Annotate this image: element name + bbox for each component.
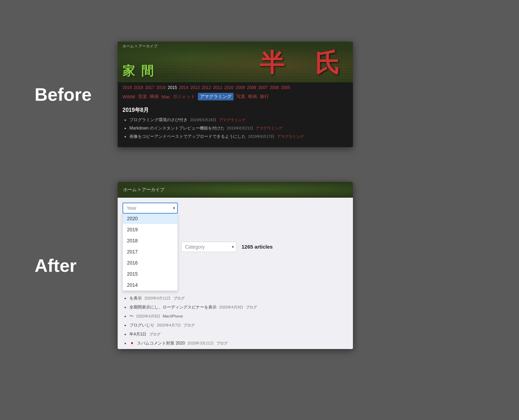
after-label: After	[35, 255, 76, 276]
year-2014[interactable]: 2014	[179, 85, 189, 90]
article-date: 2020年4月8日	[136, 314, 160, 318]
year-2017[interactable]: 2017	[145, 85, 154, 90]
before-label: Before	[35, 84, 92, 105]
list-item: ブログいじり 2020年4月7日 ブログ	[129, 322, 348, 328]
before-title-kanji-left: 家 間	[122, 63, 155, 80]
year-2006[interactable]: 2006	[270, 85, 279, 90]
article-date: 2020年4月9日	[219, 305, 243, 309]
year-select[interactable]: Year 2020 2019 2018 2017 2016 2015 2014	[122, 203, 178, 214]
article-title: 全期間表示にし、ローディングスピナーを表示	[129, 305, 217, 310]
cat-movie[interactable]: 映画	[150, 93, 159, 100]
article-title: 画像をコピーアンドペーストでアップロードできるようにした	[129, 134, 246, 139]
dropdown-item-2017[interactable]: 2017	[123, 246, 177, 257]
article-tag[interactable]: アマグラミング	[219, 118, 246, 122]
after-hero: ホーム > アーカイブ	[118, 182, 353, 198]
dropdown-item-2015[interactable]: 2015	[123, 268, 177, 279]
cat-www[interactable]: WWW	[122, 94, 135, 99]
article-tag[interactable]: アマグラミング	[256, 126, 282, 130]
list-item: を表示 2020年4月11日 ブログ	[129, 295, 348, 301]
article-tag[interactable]: Mac/iPhone	[163, 314, 183, 318]
article-date: 2020年4月7日	[157, 323, 181, 327]
after-panel: ホーム > アーカイブ Year 2020 2019 2018	[118, 182, 353, 349]
year-2008[interactable]: 2008	[247, 85, 256, 90]
before-panel: ホーム > アーカイブ 家 間 半 氏 2019 2018 2017 2016 …	[118, 42, 353, 147]
year-2019[interactable]: 2019	[122, 85, 132, 90]
article-tag[interactable]: ブログ	[149, 332, 161, 336]
dropdown-item-2016[interactable]: 2016	[123, 257, 177, 268]
article-tag[interactable]: ブログ	[173, 296, 185, 300]
year-2012[interactable]: 2012	[202, 85, 211, 90]
year-dropdown: 2020 2019 2018 2017 2016 2015 2014	[122, 213, 178, 291]
cat-photo[interactable]: 写真	[236, 93, 245, 100]
article-tag[interactable]: ブログ	[246, 305, 257, 309]
list-item: 〜 2020年4月8日 Mac/iPhone	[129, 313, 348, 319]
list-item: 画像をコピーアンドペーストでアップロードできるようにした 2019年8月17日 …	[129, 133, 348, 140]
article-tag[interactable]: ブログ	[216, 341, 228, 345]
article-tag[interactable]: アマグラミング	[277, 134, 304, 138]
article-tag[interactable]: ブログ	[183, 323, 195, 327]
year-2013[interactable]: 2013	[190, 85, 200, 90]
cat-programming[interactable]: アマグラミング	[198, 93, 234, 100]
article-date: 2020年4月11日	[144, 296, 171, 300]
list-item: 年4月1日 ブログ	[129, 331, 348, 337]
after-article-list: を表示 2020年4月11日 ブログ 全期間表示にし、ローディングスピナーを表示…	[122, 295, 348, 346]
cat-mac[interactable]: Mac	[162, 94, 170, 99]
list-item: Markdown のインスタントプレビュー機能を付けた 2019年8月21日 ア…	[129, 125, 348, 131]
year-2009[interactable]: 2009	[236, 85, 245, 90]
year-2011[interactable]: 2011	[213, 85, 222, 90]
flag-icon: 🇯🇵	[129, 341, 135, 346]
articles-count: 1265 articles	[242, 244, 273, 250]
cat-gadget[interactable]: ガジェット	[173, 93, 195, 100]
category-select[interactable]: Category ブログ Mac/iPhone	[181, 242, 237, 252]
year-2016[interactable]: 2016	[156, 85, 166, 90]
article-title: スパムコメント対策 2020	[137, 341, 185, 346]
cat-music[interactable]: 音楽	[138, 93, 147, 100]
before-cat-nav: WWW 音楽 映画 Mac ガジェット アマグラミング 写真 映画 旅行	[118, 91, 353, 103]
year-2015[interactable]: 2015	[168, 85, 177, 90]
year-2005[interactable]: 2005	[281, 85, 290, 90]
year-2010[interactable]: 2010	[224, 85, 234, 90]
before-year-nav: 2019 2018 2017 2016 2015 2014 2013 2012 …	[118, 82, 353, 91]
article-title: 〜	[129, 314, 134, 319]
year-select-container: Year 2020 2019 2018 2017 2016 2015 2014 …	[122, 203, 178, 291]
dropdown-item-2020[interactable]: 2020	[123, 213, 177, 224]
article-title: ブログいじり	[129, 323, 154, 328]
article-date: 2020年3月21日	[188, 341, 214, 345]
after-article-list-section: を表示 2020年4月11日 ブログ 全期間表示にし、ローディングスピナーを表示…	[122, 295, 348, 346]
year-select-wrapper: Year 2020 2019 2018 2017 2016 2015 2014 …	[122, 203, 178, 214]
category-select-wrapper: Category ブログ Mac/iPhone ▾	[181, 242, 237, 252]
before-hero: ホーム > アーカイブ 家 間 半 氏	[118, 42, 353, 82]
dropdown-item-2019[interactable]: 2019	[123, 224, 177, 235]
before-article-list: プログラミング環境のさび付き 2019年8月24日 アマグラミング Markdo…	[122, 117, 348, 140]
cat-film[interactable]: 映画	[248, 93, 257, 100]
article-title: Markdown のインスタントプレビュー機能を付けた	[129, 126, 225, 131]
article-title: を表示	[129, 296, 142, 301]
after-filter-row: Year 2020 2019 2018 2017 2016 2015 2014 …	[122, 203, 348, 291]
cat-travel[interactable]: 旅行	[260, 93, 269, 100]
before-title-kanji-right: 半 氏	[260, 46, 343, 80]
article-date: 2019年8月21日	[227, 126, 253, 130]
article-title: 年4月1日	[129, 332, 146, 337]
before-month-heading: 2019年8月	[122, 107, 348, 114]
list-item: 🇯🇵 スパムコメント対策 2020 2020年3月21日 ブログ	[129, 340, 348, 346]
before-breadcrumb: ホーム > アーカイブ	[122, 44, 157, 49]
dropdown-item-2018[interactable]: 2018	[123, 235, 177, 246]
after-content: Year 2020 2019 2018 2017 2016 2015 2014 …	[118, 198, 353, 346]
article-date: 2019年8月17日	[248, 134, 274, 138]
list-item: 全期間表示にし、ローディングスピナーを表示 2020年4月9日 ブログ	[129, 304, 348, 310]
year-2007[interactable]: 2007	[258, 85, 267, 90]
before-content: 2019年8月 プログラミング環境のさび付き 2019年8月24日 アマグラミン…	[118, 103, 353, 147]
article-date: 2019年8月24日	[190, 118, 216, 122]
article-title: プログラミング環境のさび付き	[129, 117, 188, 122]
year-2018[interactable]: 2018	[134, 85, 143, 90]
list-item: プログラミング環境のさび付き 2019年8月24日 アマグラミング	[129, 117, 348, 123]
dropdown-item-2014[interactable]: 2014	[123, 279, 177, 291]
after-breadcrumb: ホーム > アーカイブ	[123, 187, 164, 193]
